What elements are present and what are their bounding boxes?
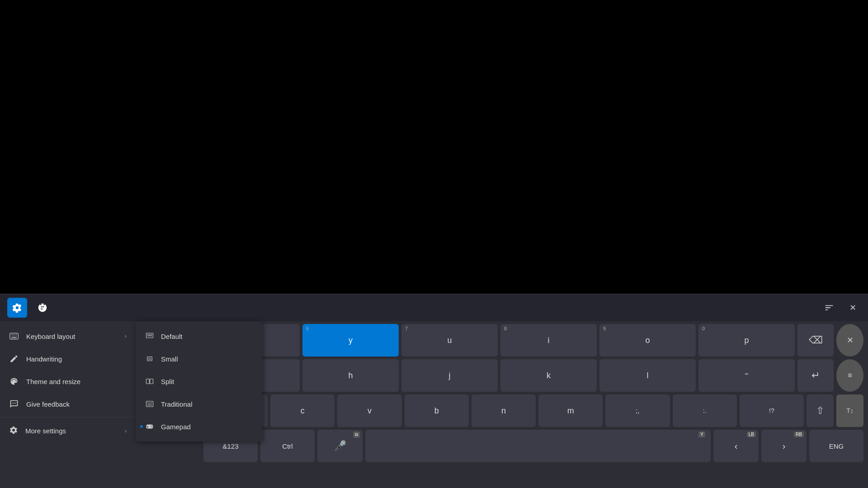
layout-item-gamepad[interactable]: Gamepad [136, 415, 262, 438]
more-settings-item[interactable]: More settings › [0, 419, 136, 442]
key-p-label: p [744, 336, 749, 345]
key-ctrl-label: Ctrl [282, 442, 292, 450]
toolbar-left [7, 298, 52, 318]
filter-icon[interactable] [821, 300, 837, 316]
key-k[interactable]: k [500, 359, 597, 392]
key-quote[interactable]: " ' [698, 359, 795, 392]
key-l[interactable]: l [599, 359, 696, 392]
key-y-num: 6 [306, 326, 309, 331]
key-semicolon-comma[interactable]: ; , [605, 394, 670, 427]
sidebar-menu: Keyboard layout › Handwriting Theme and … [0, 321, 136, 446]
key-row-1: t 6 y 7 u 8 i 9 o 0 p ⌫ ✕ [203, 324, 863, 357]
key-comma: , [637, 407, 639, 415]
key-y[interactable]: 6 y [302, 324, 399, 357]
key-u[interactable]: 7 u [401, 324, 498, 357]
key-row-2: g h j k l " ' ↵ ≡ [203, 359, 863, 392]
layout-default-icon [145, 331, 155, 341]
layout-split-label: Split [161, 378, 174, 385]
layout-traditional-icon [145, 399, 155, 409]
rb-badge: RB [794, 432, 804, 437]
svg-rect-18 [146, 379, 150, 384]
key-y-label: y [349, 336, 353, 345]
layout-split-icon [145, 376, 155, 386]
lb-badge: LB [747, 432, 756, 437]
handwriting-icon [9, 354, 19, 364]
key-lang-label: ENG [829, 442, 844, 450]
toolbar-right: ✕ [821, 300, 861, 316]
key-row-3: x c v b n m ; , : . ! ? ⇧ T↕ [203, 394, 863, 427]
key-colon-period[interactable]: : . [673, 394, 737, 427]
key-i-label: i [548, 336, 550, 345]
keyboard-toolbar: ✕ [0, 294, 868, 321]
key-quote-lower: ' [747, 372, 749, 380]
key-o-num: 9 [603, 326, 606, 331]
key-emoji-bar[interactable]: ≡ [836, 359, 863, 392]
svg-rect-15 [147, 357, 152, 361]
layout-small-icon [145, 354, 155, 364]
key-o[interactable]: 9 o [599, 324, 696, 357]
emoji-button[interactable] [33, 298, 52, 318]
layout-small-label: Small [161, 355, 178, 363]
sidebar-item-theme-resize[interactable]: Theme and resize [0, 370, 136, 393]
key-h[interactable]: h [302, 359, 399, 392]
key-b[interactable]: b [405, 394, 469, 427]
key-period: . [705, 407, 707, 415]
key-p[interactable]: 0 p [698, 324, 795, 357]
key-close-x[interactable]: ✕ [836, 324, 863, 357]
key-u-label: u [447, 336, 452, 345]
key-space[interactable]: Y [365, 430, 711, 462]
keys-area: t 6 y 7 u 8 i 9 o 0 p ⌫ ✕ [199, 321, 868, 488]
key-row-bottom: LT &123 Ctrl ⧉ 🎤 Y LB ‹ RB › ENG [203, 430, 863, 462]
sidebar-item-give-feedback[interactable]: Give feedback [0, 393, 136, 415]
key-n[interactable]: n [472, 394, 536, 427]
key-shift[interactable]: ⇧ [807, 394, 834, 427]
handwriting-label: Handwriting [26, 355, 62, 363]
key-excl-question[interactable]: ! ? [740, 394, 804, 427]
give-feedback-label: Give feedback [26, 400, 70, 408]
layout-gamepad-label: Gamepad [161, 423, 191, 431]
key-c[interactable]: c [270, 394, 335, 427]
key-enter[interactable]: ↵ [797, 359, 834, 392]
layout-item-traditional[interactable]: Traditional [136, 393, 262, 415]
key-v[interactable]: v [337, 394, 401, 427]
layout-default-label: Default [161, 333, 183, 340]
key-i[interactable]: 8 i [500, 324, 597, 357]
close-button[interactable]: ✕ [844, 300, 861, 316]
key-lang[interactable]: ENG [809, 430, 863, 462]
layout-submenu: Default Small Split Traditional Gamep [136, 321, 262, 441]
theme-resize-label: Theme and resize [26, 378, 80, 385]
key-ctrl[interactable]: Ctrl [260, 430, 315, 462]
layout-item-default[interactable]: Default [136, 325, 262, 347]
keyboard-layout-icon [9, 331, 19, 341]
key-backspace[interactable]: ⌫ [797, 324, 834, 357]
sidebar-item-handwriting[interactable]: Handwriting [0, 347, 136, 370]
copy-badge: ⧉ [353, 432, 360, 438]
sidebar-item-keyboard-layout[interactable]: Keyboard layout › [0, 325, 136, 347]
layout-item-small[interactable]: Small [136, 347, 262, 370]
layout-gamepad-icon [145, 422, 155, 432]
more-settings-chevron: › [125, 428, 127, 434]
key-tformat[interactable]: T↕ [836, 394, 863, 427]
key-i-num: 8 [504, 326, 507, 331]
key-arrow-right[interactable]: RB › [761, 430, 807, 462]
give-feedback-icon [9, 399, 19, 409]
y-badge: Y [698, 432, 705, 437]
more-settings-label: More settings [25, 427, 66, 435]
selected-indicator [140, 425, 143, 428]
keyboard-layout-chevron: › [125, 333, 127, 339]
key-arrow-left[interactable]: LB ‹ [713, 430, 759, 462]
key-p-num: 0 [702, 326, 705, 331]
key-m[interactable]: m [538, 394, 603, 427]
more-settings-icon [9, 426, 18, 436]
layout-item-split[interactable]: Split [136, 370, 262, 393]
svg-rect-0 [10, 333, 18, 339]
key-j[interactable]: j [401, 359, 498, 392]
theme-resize-icon [9, 376, 19, 386]
key-mic[interactable]: ⧉ 🎤 [317, 430, 363, 462]
key-u-num: 7 [405, 326, 408, 331]
keyboard-layout-label: Keyboard layout [26, 333, 75, 340]
key-question: ? [771, 407, 774, 415]
keyboard-container: ✕ Keyboard layout › Handwriting Theme an… [0, 294, 868, 488]
settings-button[interactable] [7, 298, 27, 318]
key-o-label: o [645, 336, 650, 345]
